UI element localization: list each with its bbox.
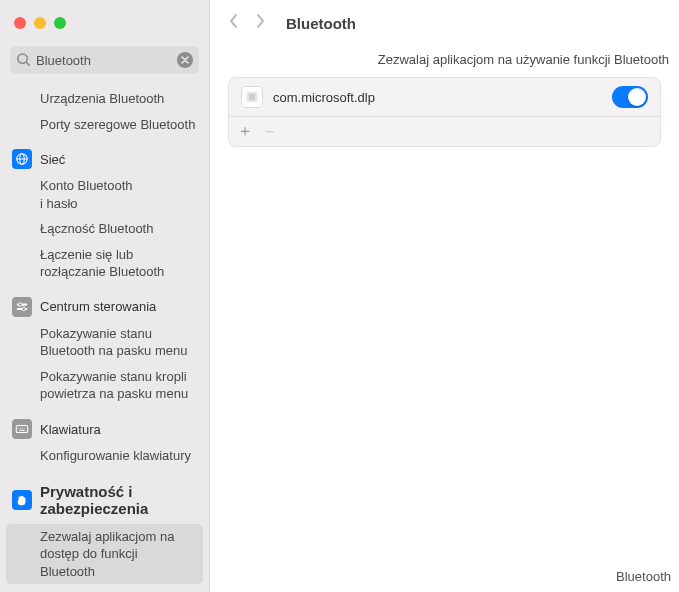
app-list-panel: com.microsoft.dlp ＋ − [228,77,661,147]
search-field[interactable] [10,46,199,74]
sidebar-item-bt-menubar[interactable]: Pokazywanie stanu Bluetooth na pasku men… [0,321,209,364]
minimize-window-button[interactable] [34,17,46,29]
sidebar-category-network[interactable]: Sieć [0,145,209,173]
svg-line-1 [26,62,29,65]
breadcrumb: Bluetooth [210,0,679,46]
svg-point-8 [22,307,26,311]
chevron-right-icon [254,13,266,29]
sidebar-category-label: Sieć [40,152,65,167]
app-row: com.microsoft.dlp [229,78,660,117]
remove-button[interactable]: − [265,123,274,141]
sidebar: Urządzenia Bluetooth Porty szeregowe Blu… [0,0,210,592]
hand-icon [15,493,29,507]
search-icon [16,52,31,67]
sidebar-item-keyboard-config[interactable]: Konfigurowanie klawiatury [0,443,209,469]
sidebar-item-bt-connect-disconnect[interactable]: Łączenie się lub rozłączanie Bluetooth [0,242,209,285]
sliders-icon [15,300,29,314]
sidebar-category-label: Klawiatura [40,422,101,437]
sidebar-category-privacy[interactable]: Prywatność i zabezpieczenia [0,477,209,523]
close-window-button[interactable] [14,17,26,29]
footer-hint: Bluetooth [616,569,671,584]
keyboard-icon [15,422,29,436]
sidebar-item-bt-devices[interactable]: Urządzenia Bluetooth [0,86,209,112]
page-description: Zezwalaj aplikacjom na używanie funkcji … [210,46,679,77]
app-toggle[interactable] [612,86,648,108]
sidebar-item-airdrop-menubar[interactable]: Pokazywanie stanu kropli powietrza na pa… [0,364,209,407]
main-pane: Bluetooth Zezwalaj aplikacjom na używani… [210,0,679,592]
close-icon [181,56,189,64]
sidebar-item-bt-serial[interactable]: Porty szeregowe Bluetooth [0,112,209,138]
forward-button[interactable] [254,13,266,33]
app-name: com.microsoft.dlp [273,90,612,105]
window-controls [0,0,209,46]
svg-rect-9 [16,426,27,433]
list-footer: ＋ − [229,117,660,146]
page-title: Bluetooth [286,15,356,32]
sidebar-category-keyboard[interactable]: Klawiatura [0,415,209,443]
svg-point-7 [19,303,23,307]
sidebar-category-control-center[interactable]: Centrum sterowania [0,293,209,321]
sidebar-category-label: Centrum sterowania [40,299,156,314]
add-button[interactable]: ＋ [237,121,253,142]
sidebar-item-bt-connectivity[interactable]: Łączność Bluetooth [0,216,209,242]
generic-app-icon [245,90,259,104]
svg-rect-15 [249,94,255,100]
chevron-left-icon [228,13,240,29]
sidebar-item-bt-access[interactable]: Zezwalaj aplikacjom na dostęp do funkcji… [6,524,203,585]
back-button[interactable] [228,13,240,33]
sidebar-item-bt-account[interactable]: Konto Bluetooth i hasło [0,173,209,216]
app-icon [241,86,263,108]
sidebar-category-label: Prywatność i zabezpieczenia [40,483,197,517]
clear-search-button[interactable] [177,52,193,68]
maximize-window-button[interactable] [54,17,66,29]
search-input[interactable] [36,53,173,68]
globe-icon [15,152,29,166]
